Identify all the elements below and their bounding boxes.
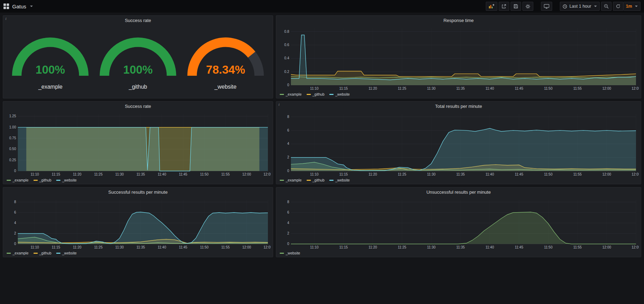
zoom-out-icon: [604, 4, 609, 9]
svg-text:11:20: 11:20: [368, 87, 377, 90]
panel-info-icon[interactable]: i: [276, 102, 282, 107]
svg-text:11:35: 11:35: [456, 172, 465, 176]
zoom-out-button[interactable]: [601, 2, 612, 11]
panel-success-rate: Success rate 11:1011:1511:2011:2511:3011…: [3, 101, 273, 184]
add-panel-button[interactable]: [486, 2, 497, 11]
success-rate-chart[interactable]: 11:1011:1511:2011:2511:3011:3511:4011:45…: [5, 111, 271, 177]
legend-marker: [307, 94, 311, 95]
svg-text:4: 4: [287, 221, 289, 225]
legend-item-_github[interactable]: _github: [34, 178, 51, 182]
svg-text:11:25: 11:25: [398, 87, 407, 90]
legend-item-_website[interactable]: _website: [329, 92, 350, 96]
svg-text:11:45: 11:45: [179, 245, 188, 249]
panel-title[interactable]: Success rate: [125, 18, 151, 23]
response-time-chart[interactable]: 11:1011:1511:2011:2511:3011:3511:4011:45…: [278, 25, 639, 91]
svg-text:0: 0: [287, 169, 289, 173]
unsuccessful-results-chart[interactable]: 11:1011:1511:2011:2511:3011:3511:4011:45…: [278, 197, 639, 250]
svg-text:12:05: 12:05: [631, 87, 639, 90]
svg-text:11:10: 11:10: [30, 172, 39, 176]
svg-text:11:30: 11:30: [427, 245, 436, 249]
svg-text:8: 8: [14, 200, 16, 204]
svg-text:11:35: 11:35: [456, 87, 465, 90]
legend-item-_github[interactable]: _github: [307, 92, 324, 96]
legend-item-_website[interactable]: _website: [56, 178, 76, 182]
legend-item-_example[interactable]: _example: [7, 251, 29, 255]
dashboard-title[interactable]: Gatus: [12, 3, 26, 9]
svg-text:0: 0: [14, 242, 16, 246]
navbar: Gatus: [0, 0, 644, 13]
legend-item-_example[interactable]: _example: [280, 178, 302, 182]
svg-text:11:10: 11:10: [310, 87, 319, 90]
panel-title[interactable]: Successful results per minute: [108, 190, 168, 195]
svg-text:11:20: 11:20: [73, 172, 82, 176]
panel-title[interactable]: Success rate: [125, 104, 151, 109]
svg-text:11:35: 11:35: [137, 172, 145, 176]
successful-results-chart[interactable]: 11:1011:1511:2011:2511:3011:3511:4011:45…: [5, 197, 271, 250]
cycle-view-button[interactable]: [541, 2, 552, 11]
svg-text:6: 6: [287, 128, 289, 132]
svg-text:12:05: 12:05: [263, 172, 271, 176]
refresh-button[interactable]: [613, 2, 623, 11]
legend-item-_website[interactable]: _website: [280, 251, 300, 255]
refresh-interval-dropdown[interactable]: 1m: [623, 2, 641, 11]
legend-marker: [280, 253, 284, 254]
refresh-icon: [616, 4, 621, 9]
svg-text:1.25: 1.25: [9, 114, 16, 118]
gauge-label: _website: [214, 84, 236, 90]
share-button[interactable]: [499, 2, 509, 11]
svg-text:8: 8: [287, 115, 289, 119]
panel-title[interactable]: Response time: [444, 18, 474, 23]
svg-text:11:25: 11:25: [398, 172, 407, 176]
svg-text:11:15: 11:15: [339, 172, 348, 176]
legend-item-_github[interactable]: _github: [307, 178, 324, 182]
panel-header: Success rate: [3, 102, 273, 111]
svg-text:11:15: 11:15: [339, 245, 348, 249]
legend-item-_website[interactable]: _website: [56, 251, 76, 255]
svg-text:8: 8: [287, 200, 289, 204]
panel-header: Total results per minute: [276, 102, 641, 111]
svg-text:11:55: 11:55: [573, 172, 582, 176]
svg-text:11:50: 11:50: [544, 87, 553, 90]
legend-item-_example[interactable]: _example: [280, 92, 302, 96]
time-range-picker[interactable]: Last 1 hour: [560, 2, 600, 11]
panel-info-icon[interactable]: i: [3, 16, 9, 21]
legend-marker: [280, 94, 284, 95]
svg-text:11:45: 11:45: [179, 172, 188, 176]
time-range-label: Last 1 hour: [569, 4, 591, 9]
svg-text:4: 4: [14, 221, 16, 225]
legend-item-_github[interactable]: _github: [34, 251, 51, 255]
svg-text:11:50: 11:50: [544, 245, 553, 249]
gauge-label: _github: [129, 84, 147, 90]
svg-text:11:30: 11:30: [427, 172, 436, 176]
chart-legend: _website: [280, 250, 641, 256]
legend-item-_website[interactable]: _website: [329, 178, 350, 182]
svg-text:11:25: 11:25: [94, 172, 103, 176]
svg-text:12:05: 12:05: [263, 245, 271, 249]
panel-header: Success rate: [3, 16, 273, 25]
svg-text:11:50: 11:50: [200, 245, 209, 249]
svg-text:11:40: 11:40: [485, 172, 494, 176]
save-button[interactable]: [511, 2, 521, 11]
monitor-icon: [544, 4, 549, 9]
panel-title[interactable]: Total results per minute: [435, 104, 482, 109]
refresh-interval-label: 1m: [626, 4, 632, 9]
time-range-caret-icon: [594, 6, 597, 7]
chart-legend: _example_github_website: [7, 177, 273, 183]
legend-item-_example[interactable]: _example: [7, 178, 29, 182]
svg-text:11:30: 11:30: [115, 172, 124, 176]
svg-text:11:40: 11:40: [158, 245, 166, 249]
dashboard-grid-icon[interactable]: [3, 3, 9, 9]
svg-text:0.8: 0.8: [284, 30, 289, 34]
settings-button[interactable]: [522, 2, 533, 11]
total-results-chart[interactable]: 11:1011:1511:2011:2511:3011:3511:4011:45…: [278, 111, 639, 177]
svg-text:12:00: 12:00: [602, 87, 611, 90]
panel-header: Response time: [276, 16, 641, 25]
svg-text:0.4: 0.4: [284, 56, 289, 60]
dashboard-caret-icon[interactable]: [30, 6, 33, 7]
legend-marker: [307, 180, 311, 181]
svg-text:11:55: 11:55: [573, 87, 582, 90]
panel-title[interactable]: Unsuccessful results per minute: [426, 190, 491, 195]
svg-text:12:05: 12:05: [631, 172, 639, 176]
chart-legend: _example_github_website: [280, 91, 641, 97]
legend-marker: [329, 180, 334, 181]
